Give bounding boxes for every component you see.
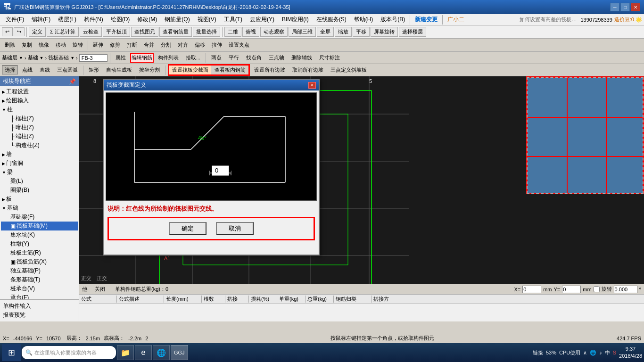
minimize-button[interactable]: ─ xyxy=(610,3,619,11)
undo-button[interactable]: ↩ xyxy=(2,27,13,36)
extend-button[interactable]: 延伸 xyxy=(90,41,106,49)
cad-canvas[interactable]: 8 1 2 3 4 5 xyxy=(79,76,644,284)
nav-strip-found[interactable]: 条形基础(T) xyxy=(1,275,78,284)
menu-file[interactable]: 文件(F) xyxy=(2,15,28,25)
auto-slab-tool[interactable]: 自动生成板 xyxy=(103,66,135,74)
menu-bim[interactable]: BIM应用(I) xyxy=(278,15,313,25)
element-dropdown[interactable]: FB-3 xyxy=(79,54,107,62)
arc-tool[interactable]: 三点圆弧 xyxy=(54,66,81,74)
taskbar-app-ie[interactable]: 🌐 xyxy=(153,345,170,360)
y-input[interactable] xyxy=(562,286,581,293)
menu-version[interactable]: 版本号(B) xyxy=(377,15,409,25)
x-input[interactable] xyxy=(522,286,541,293)
screen-rotate-button[interactable]: 屏幕旋转 xyxy=(371,27,398,37)
two-point-button[interactable]: 两点 xyxy=(208,53,224,62)
nav-raft-found[interactable]: ▣ 筏板基础(M) xyxy=(1,222,78,230)
nav-indep-found[interactable]: 独立基础(P) xyxy=(1,266,78,275)
props-button[interactable]: 属性 xyxy=(113,53,129,62)
element-list-button[interactable]: 构件列表 xyxy=(155,53,182,62)
fullscreen-button[interactable]: 全屏 xyxy=(317,27,334,37)
offset-button[interactable]: 偏移 xyxy=(192,41,208,49)
move-button[interactable]: 移动 xyxy=(53,41,69,49)
nav-column[interactable]: ▼ 柱 xyxy=(1,105,78,114)
pick-button[interactable]: 拾取... xyxy=(183,53,203,62)
menu-tools[interactable]: 工具(T) xyxy=(220,15,246,25)
dynamic-view-button[interactable]: 动态观察 xyxy=(260,27,288,37)
local-3d-button[interactable]: 局部三维 xyxy=(289,27,316,37)
nav-dark-col[interactable]: ├ 暗柱(Z) xyxy=(1,123,78,132)
align-top-button[interactable]: 平齐板顶 xyxy=(103,27,130,37)
menu-view[interactable]: 视图(V) xyxy=(194,15,220,25)
set-slab-section-button[interactable]: 设置筏板变截面 xyxy=(169,66,211,74)
parallel-button[interactable]: 平行 xyxy=(226,53,242,62)
panel-close-button[interactable]: 关闭 xyxy=(92,285,107,294)
redo-button[interactable]: ↪ xyxy=(14,27,25,36)
select-floor-button[interactable]: 选择楼层 xyxy=(399,27,426,37)
start-button[interactable]: ⊞ xyxy=(2,344,21,361)
find-element-button[interactable]: 查找图元 xyxy=(131,27,158,37)
break-button[interactable]: 打断 xyxy=(124,41,140,49)
rotate-input[interactable] xyxy=(614,286,637,293)
taskbar-app-edge[interactable]: e xyxy=(135,345,152,360)
pan-button[interactable]: 平移 xyxy=(353,27,370,37)
batch-select-button[interactable]: 批量选择 xyxy=(193,27,220,37)
nav-sump[interactable]: 集水坑(K) xyxy=(1,230,78,239)
rotate-checkbox[interactable] xyxy=(594,286,600,292)
set-all-slope-button[interactable]: 设置所有边坡 xyxy=(251,66,288,74)
nav-beam-l[interactable]: 梁(L) xyxy=(1,177,78,186)
menu-cloud[interactable]: 云应用(Y) xyxy=(246,15,278,25)
copy-button[interactable]: 复制 xyxy=(19,41,35,49)
view-rebar-button[interactable]: 查看钢筋量 xyxy=(159,27,192,37)
maximize-button[interactable]: □ xyxy=(620,3,630,11)
zoom-button[interactable]: 缩放 xyxy=(335,27,352,37)
point-line-tool[interactable]: 点线 xyxy=(19,66,35,74)
dialog-ok-button[interactable]: 确定 xyxy=(169,222,206,235)
table-body[interactable] xyxy=(79,304,644,321)
nav-window[interactable]: ▶ 门窗洞 xyxy=(1,159,78,168)
trim-button[interactable]: 修剪 xyxy=(107,41,123,49)
align-button[interactable]: 对齐 xyxy=(175,41,191,49)
nav-pile-cap2[interactable]: 桩承台(V) xyxy=(1,284,78,293)
nav-project-settings[interactable]: ▶ 工程设置 xyxy=(1,87,78,96)
rect-tool[interactable]: 矩形 xyxy=(86,66,102,74)
top-view-button[interactable]: 俯视 xyxy=(242,27,259,37)
view-slab-rebar-button[interactable]: 查看板内钢筋 xyxy=(212,66,248,74)
nav-ring-beam[interactable]: 圈梁(B) xyxy=(1,186,78,195)
tray-icon-arrow[interactable]: ∧ xyxy=(583,350,587,356)
nav-end-col[interactable]: ├ 端柱(Z) xyxy=(1,132,78,141)
calculate-button[interactable]: Σ 汇总计算 xyxy=(47,27,79,37)
menu-online[interactable]: 在线服务(S) xyxy=(313,15,350,25)
set-grips-button[interactable]: 设置夹点 xyxy=(226,41,252,49)
nav-foundation[interactable]: ▼ 基础 xyxy=(1,204,78,213)
nav-drawing-input[interactable]: ▶ 绘图输入 xyxy=(1,96,78,105)
nav-frame-col[interactable]: ├ 框柱(Z) xyxy=(1,114,78,123)
taskbar-app-explorer[interactable]: 📁 xyxy=(117,345,134,360)
three-point-axis-button[interactable]: 三点轴 xyxy=(266,53,287,62)
nav-pile-main[interactable]: 桩板主筋(R) xyxy=(1,248,78,257)
menu-rebar[interactable]: 钢筋量(Q) xyxy=(161,15,193,25)
menu-new-change[interactable]: 新建变更 xyxy=(411,15,441,25)
nav-pin-icon[interactable]: 📌 xyxy=(69,78,76,85)
nav-pile-cap[interactable]: 柱墩(Y) xyxy=(1,239,78,248)
2d-button[interactable]: 二维 xyxy=(224,27,241,37)
nav-single-input[interactable]: 单构件输入 xyxy=(2,302,77,311)
merge-button[interactable]: 合并 xyxy=(141,41,157,49)
search-bar[interactable]: 🔍 在这里输入你要搜索的内容 xyxy=(22,346,116,359)
menu-edit[interactable]: 编辑(E) xyxy=(28,15,54,25)
split-button[interactable]: 分割 xyxy=(158,41,174,49)
nav-found-beam[interactable]: 基础梁(F) xyxy=(1,213,78,222)
rotate-button[interactable]: 旋转 xyxy=(70,41,86,49)
mirror-button[interactable]: 镜像 xyxy=(36,41,52,49)
angle-point-button[interactable]: 找点角 xyxy=(243,53,264,62)
define-slope-slab-button[interactable]: 三点定义斜坡板 xyxy=(328,66,370,74)
define-button[interactable]: 定义 xyxy=(29,27,46,37)
menu-draw[interactable]: 绘图(D) xyxy=(107,15,134,25)
delete-button[interactable]: 删除 xyxy=(2,41,18,49)
taskbar-app-ggj[interactable]: GGJ xyxy=(171,345,188,360)
menu-help[interactable]: 帮助(H) xyxy=(350,15,377,25)
menu-element[interactable]: 构件(N) xyxy=(80,15,107,25)
nav-raft-neg[interactable]: ▣ 筏板负筋(X) xyxy=(1,257,78,266)
nav-beam[interactable]: ▼ 梁 xyxy=(1,168,78,177)
select-tool[interactable]: 选择 xyxy=(2,66,18,74)
menu-guangxiao[interactable]: 广小二 xyxy=(444,15,468,25)
